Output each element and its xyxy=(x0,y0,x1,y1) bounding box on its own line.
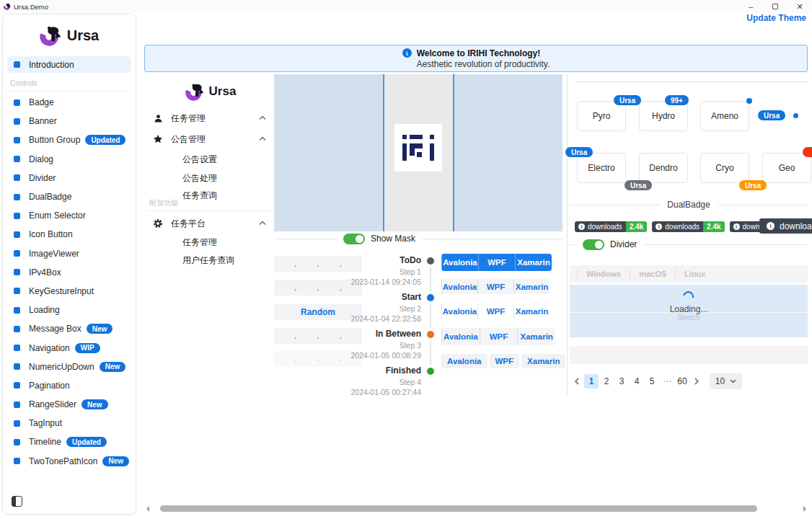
group-button[interactable]: Xamarin xyxy=(515,254,552,271)
page-button[interactable]: 2 xyxy=(599,374,614,389)
sidebar-item[interactable]: Enum Selector xyxy=(3,206,136,225)
update-theme-button[interactable]: Update Theme xyxy=(746,13,806,26)
nav-item-user-task-query[interactable]: 用户任务查询 xyxy=(146,252,275,268)
group-button[interactable]: WPF xyxy=(490,354,520,368)
sidebar-item-label: Badge xyxy=(29,97,54,107)
ipv4-separator: . xyxy=(294,332,296,340)
sidebar-item[interactable]: Divider xyxy=(3,169,136,187)
sidebar-item[interactable]: DualBadge xyxy=(3,187,136,206)
group-button[interactable]: Xamarin xyxy=(517,328,555,345)
sidebar-item[interactable]: TagInput xyxy=(3,414,136,432)
badge-ursa: Ursa xyxy=(565,147,593,157)
timeline-dot-icon xyxy=(427,331,434,338)
sidebar-item[interactable]: Message Box New xyxy=(3,319,136,338)
status-badge: Updated xyxy=(66,437,107,447)
sidebar-item[interactable]: ImageViewer xyxy=(3,244,136,263)
maximize-button[interactable] xyxy=(763,0,787,13)
page-button[interactable]: 60 xyxy=(675,374,689,389)
page-size-select[interactable]: 10 xyxy=(710,373,742,389)
page-button[interactable]: ⋯ xyxy=(660,374,674,389)
group-button[interactable]: Xamarin xyxy=(513,279,550,294)
nav-item-task-platform[interactable]: 任务平台 xyxy=(146,216,275,231)
sidebar-item[interactable]: Badge xyxy=(3,93,136,112)
sidebar-item[interactable]: Loading xyxy=(3,301,136,319)
sidebar-item[interactable]: Dialog xyxy=(3,150,136,169)
sidebar-item[interactable]: Button Group Updated xyxy=(3,130,136,149)
group-button[interactable]: Avalonia xyxy=(441,254,478,271)
group-button[interactable]: WPF xyxy=(477,279,513,294)
scroll-right-icon[interactable] xyxy=(803,506,806,512)
info-icon: i xyxy=(656,223,662,230)
sidebar-item-label: IPv4Box xyxy=(29,267,61,278)
chevron-down-icon xyxy=(730,379,736,383)
page-button[interactable]: 3 xyxy=(614,374,629,389)
close-button[interactable]: ✕ xyxy=(787,0,812,13)
card-label: Geo xyxy=(779,163,795,173)
group-button[interactable]: Avalonia xyxy=(441,303,477,319)
title-bar: Ursa.Demo – ✕ xyxy=(0,0,812,13)
nav-item-notice-process[interactable]: 公告处理 xyxy=(146,170,275,186)
banner-subtitle: Aesthetic revolution of productivity. xyxy=(402,59,550,69)
sidebar-item[interactable]: KeyGestureInput xyxy=(3,282,136,301)
sidebar-item-label: Loading xyxy=(29,305,60,315)
minimize-button[interactable]: – xyxy=(738,0,763,13)
bullet-icon xyxy=(14,382,20,389)
nav-item-notice-mgmt[interactable]: 公告管理 xyxy=(146,131,275,147)
timeline-item: ToDo Step 1 2023-01-14 09:24:05 xyxy=(339,252,436,289)
group-button[interactable]: Avalonia xyxy=(441,328,480,345)
bullet-icon xyxy=(14,213,20,219)
sidebar-section-controls: Controls xyxy=(7,76,131,92)
group-button[interactable]: WPF xyxy=(480,328,518,345)
divider-line xyxy=(274,239,337,239)
nav-item-task-mgmt[interactable]: 任务管理 xyxy=(146,110,275,126)
sidebar-item-label: Pagination xyxy=(29,381,70,391)
viewer-mask-left xyxy=(274,74,384,231)
sidebar-item-label: TwoTonePathIcon xyxy=(29,456,97,466)
dual-badge-label: downloads xyxy=(588,223,622,231)
sidebar-item[interactable]: TwoTonePathIcon New xyxy=(3,452,136,471)
sidebar-item[interactable]: Navigation WIP xyxy=(3,338,136,357)
sidebar-item-label: Button Group xyxy=(29,135,80,145)
sidebar-item[interactable]: Pagination xyxy=(3,376,136,395)
timeline-time: 2024-01-04 22:32:58 xyxy=(339,314,421,323)
group-button[interactable]: Avalonia xyxy=(441,354,487,368)
image-viewer[interactable] xyxy=(274,74,562,231)
collapse-sidebar-icon[interactable] xyxy=(12,496,22,507)
next-page-icon[interactable] xyxy=(690,374,703,389)
bullet-icon xyxy=(14,250,20,257)
divider-toggle[interactable] xyxy=(583,239,604,250)
scrollbar-thumb[interactable] xyxy=(160,505,757,512)
timeline-title: Finished xyxy=(339,366,421,376)
sidebar-item[interactable]: NumericUpDown New xyxy=(3,358,136,376)
group-button[interactable]: WPF xyxy=(478,254,515,271)
nav-item-task-mgmt-child[interactable]: 任务管理 xyxy=(146,234,275,250)
sidebar-item[interactable]: Banner xyxy=(3,112,136,130)
page-button[interactable]: 4 xyxy=(630,374,644,389)
bullet-icon xyxy=(14,363,20,370)
badge-count: 99+ xyxy=(665,95,689,105)
group-button[interactable]: Avalonia xyxy=(441,279,477,294)
horizontal-scrollbar[interactable] xyxy=(141,505,812,513)
pagination: 12345⋯60 10 xyxy=(570,373,742,389)
sidebar-item[interactable]: Timeline Updated xyxy=(3,432,136,451)
sidebar-item[interactable]: IPv4Box xyxy=(3,263,136,282)
bullet-icon xyxy=(14,156,20,162)
timeline-step: Step 3 xyxy=(339,341,421,350)
badge-ursa-grey: Ursa xyxy=(625,180,652,190)
ipv4-separator: . xyxy=(294,284,296,291)
nav-item-label: 公告设置 xyxy=(182,154,217,166)
group-button[interactable]: Xamarin xyxy=(513,303,550,319)
group-button[interactable]: WPF xyxy=(477,303,513,319)
group-button[interactable]: Xamarin xyxy=(521,354,565,368)
page-button[interactable]: 5 xyxy=(645,374,659,389)
sidebar-item-introduction[interactable]: Introduction xyxy=(7,56,131,73)
prev-page-icon[interactable] xyxy=(570,374,583,389)
status-badge: New xyxy=(102,456,129,466)
page-button[interactable]: 1 xyxy=(584,374,599,389)
nav-item-notice-settings[interactable]: 公告设置 xyxy=(146,151,275,167)
dual-badge-large: i download xyxy=(759,218,812,234)
show-mask-toggle[interactable] xyxy=(343,234,365,244)
sidebar-item[interactable]: RangeSlider New xyxy=(3,395,136,414)
sidebar-item[interactable]: Icon Button xyxy=(3,225,136,244)
scroll-left-icon[interactable] xyxy=(146,506,149,512)
